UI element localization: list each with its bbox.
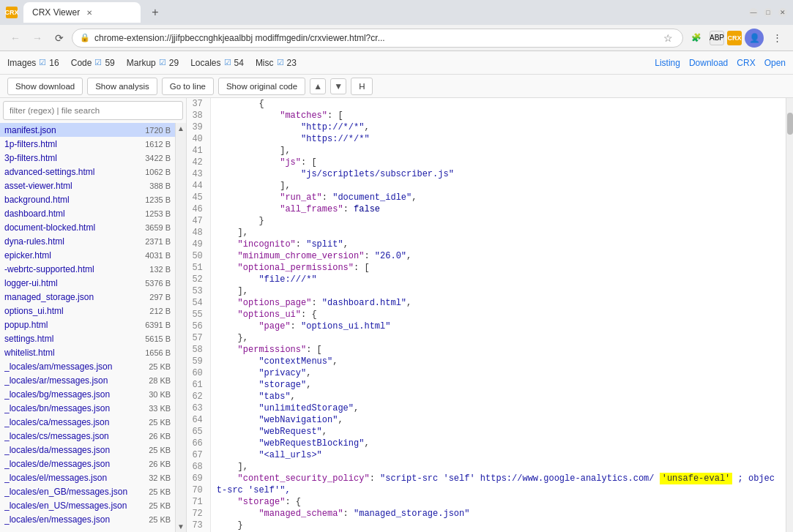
file-list-item[interactable]: dashboard.html1253 B (0, 206, 175, 220)
file-list-item[interactable]: _locales/de/messages.json26 KB (0, 457, 175, 471)
file-name: background.html (4, 195, 142, 205)
file-list-item[interactable]: popup.html6391 B (0, 318, 175, 331)
show-download-button[interactable]: Show download (7, 78, 83, 95)
code-content: "optional_permissions": [ (210, 262, 786, 274)
file-name: _locales/en/messages.json (4, 514, 146, 525)
open-link[interactable]: Open (764, 58, 786, 68)
maximize-button[interactable]: □ (764, 8, 772, 17)
file-name: asset-viewer.html (4, 181, 146, 191)
forward-button[interactable]: → (28, 29, 47, 48)
file-size: 3422 B (145, 154, 171, 162)
file-size: 25 KB (149, 515, 171, 524)
file-size: 1656 B (145, 348, 171, 357)
listing-link[interactable]: Listing (655, 58, 680, 68)
extensions-button[interactable]: 🧩 (686, 28, 707, 48)
file-size: 28 KB (149, 376, 171, 385)
download-link[interactable]: Download (689, 58, 728, 68)
file-list-item[interactable]: advanced-settings.html1062 B (0, 165, 175, 179)
file-list-item[interactable]: options_ui.html212 B (0, 304, 175, 318)
tab-close-button[interactable]: ✕ (84, 7, 94, 18)
show-analysis-button[interactable]: Show analysis (87, 78, 157, 95)
line-number: 40 (187, 133, 210, 145)
file-list-item[interactable]: _locales/en/messages.json25 KB (0, 512, 175, 526)
file-list-item[interactable]: _locales/ar/messages.json28 KB (0, 373, 175, 387)
file-size: 132 B (149, 265, 171, 274)
scrollbar-thumb[interactable] (787, 113, 793, 135)
file-list-item[interactable]: document-blocked.html3659 B (0, 220, 175, 234)
nav-bar: ← → ⟳ 🔒 chrome-extension://jjifpbeccnghk… (0, 25, 793, 51)
adblock-icon[interactable]: ABP (710, 31, 724, 45)
file-list-item[interactable]: 3p-filters.html3422 B (0, 151, 175, 165)
code-row: 58 "permissions": [ (187, 344, 786, 356)
code-row: 37 { (187, 98, 786, 110)
file-list-item[interactable]: epicker.html4031 B (0, 248, 175, 262)
crx-ext-icon[interactable]: CRX (727, 31, 742, 45)
markup-count: 29 (169, 58, 179, 68)
line-number: 64 (187, 414, 210, 426)
file-list: manifest.json1720 B1p-filters.html1612 B… (0, 123, 175, 532)
file-list-item[interactable]: dyna-rules.html2371 B (0, 234, 175, 248)
code-label: Code (71, 58, 92, 68)
next-arrow-button[interactable]: ▼ (330, 78, 346, 94)
file-list-item[interactable]: whitelist.html1656 B (0, 345, 175, 359)
file-list-item[interactable]: _locales/am/messages.json25 KB (0, 359, 175, 373)
bookmark-icon[interactable]: ☆ (661, 32, 675, 44)
file-list-item[interactable]: background.html1235 B (0, 192, 175, 206)
file-list-item[interactable]: _locales/en_US/messages.json25 KB (0, 498, 175, 512)
sidebar: manifest.json1720 B1p-filters.html1612 B… (0, 98, 187, 532)
file-list-item[interactable]: managed_storage.json297 B (0, 290, 175, 304)
file-list-item[interactable]: _locales/en_GB/messages.json25 KB (0, 484, 175, 498)
file-list-item[interactable]: _locales/bg/messages.json30 KB (0, 387, 175, 401)
file-size: 30 KB (149, 390, 171, 399)
show-original-code-button[interactable]: Show original code (218, 78, 305, 95)
reload-button[interactable]: ⟳ (50, 29, 69, 48)
code-row: 38 "matches": [ (187, 110, 786, 121)
close-button[interactable]: ✕ (778, 8, 787, 17)
address-bar[interactable]: 🔒 chrome-extension://jjifpbeccnghkjeaalb… (72, 29, 683, 48)
code-row: 45 "run_at": "document_idle", (187, 192, 786, 203)
go-to-line-button[interactable]: Go to line (162, 78, 214, 95)
file-list-item[interactable]: manifest.json1720 B (0, 123, 175, 137)
file-size: 6391 B (145, 321, 171, 329)
file-list-item[interactable]: -webrtc-supported.html132 B (0, 262, 175, 276)
minimize-button[interactable]: — (749, 8, 758, 17)
file-list-item[interactable]: _locales/bn/messages.json33 KB (0, 401, 175, 415)
crx-link[interactable]: CRX (737, 58, 755, 68)
file-list-item[interactable]: _locales/el/messages.json32 KB (0, 471, 175, 484)
code-scroll[interactable]: 37 {38 "matches": [39 "http://*/*",40 "h… (187, 98, 786, 532)
line-number: 60 (187, 367, 210, 379)
code-content: ], (210, 461, 786, 473)
code-content: "matches": [ (210, 110, 786, 121)
code-content: "webRequest", (210, 426, 786, 438)
scroll-up-icon[interactable]: ▲ (177, 124, 185, 132)
file-size: 26 KB (149, 460, 171, 468)
profile-button[interactable]: 👤 (745, 29, 764, 48)
file-list-item[interactable]: settings.html5615 B (0, 331, 175, 345)
line-number: 55 (187, 309, 210, 321)
file-list-item[interactable]: 1p-filters.html1612 B (0, 137, 175, 151)
file-name: _locales/ar/messages.json (4, 375, 146, 386)
line-number: 62 (187, 391, 210, 402)
file-size: 2371 B (145, 237, 171, 246)
sidebar-scroll-indicator: ▲ ▼ (175, 123, 186, 532)
file-list-item[interactable]: logger-ui.html5376 B (0, 276, 175, 290)
code-row: 68 ], (187, 461, 786, 473)
prev-arrow-button[interactable]: ▲ (310, 78, 326, 94)
file-name: _locales/bn/messages.json (4, 403, 146, 413)
menu-button[interactable]: ⋮ (767, 28, 787, 48)
file-list-item[interactable]: asset-viewer.html388 B (0, 179, 175, 192)
misc-count: 23 (287, 58, 297, 68)
file-list-item[interactable]: _locales/da/messages.json25 KB (0, 443, 175, 457)
line-number: 53 (187, 285, 210, 297)
scroll-down-icon[interactable]: ▼ (177, 522, 185, 531)
file-list-item[interactable]: _locales/ca/messages.json25 KB (0, 415, 175, 429)
file-list-item[interactable]: _locales/cs/messages.json26 KB (0, 429, 175, 443)
browser-tab[interactable]: CRX Viewer ✕ (23, 2, 141, 23)
file-name: 3p-filters.html (4, 153, 142, 163)
h-button[interactable]: H (351, 78, 373, 95)
filter-input[interactable] (3, 101, 183, 120)
code-content: "options_ui": { (210, 309, 786, 321)
vertical-scrollbar[interactable] (786, 98, 793, 532)
back-button[interactable]: ← (6, 29, 25, 48)
new-tab-button[interactable]: + (146, 4, 164, 21)
